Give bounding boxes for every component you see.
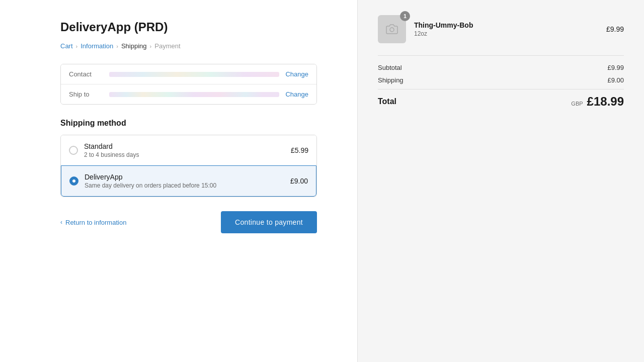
shipping-value: £9.00 — [607, 76, 624, 84]
item-quantity-badge: 1 — [400, 11, 410, 21]
contact-value-blurred — [109, 72, 279, 77]
continue-to-payment-button[interactable]: Continue to payment — [221, 211, 317, 233]
breadcrumb-payment: Payment — [154, 42, 180, 50]
shipping-method-title: Shipping method — [60, 119, 317, 128]
contact-change-link[interactable]: Change — [285, 70, 308, 78]
option-details-deliveryapp: DeliveryApp Same day delivery on orders … — [85, 173, 290, 189]
contact-row: Contact Change — [61, 64, 316, 84]
option-name-deliveryapp: DeliveryApp — [85, 173, 290, 181]
app-title: DeliveryApp (PRD) — [60, 20, 317, 34]
cart-item: 1 Thing-Ummy-Bob 12oz £9.99 — [378, 15, 624, 43]
radio-standard[interactable] — [69, 146, 78, 155]
option-details-standard: Standard 2 to 4 business days — [84, 142, 291, 158]
chevron-left-icon: ‹ — [60, 219, 62, 226]
footer-actions: ‹ Return to information Continue to paym… — [60, 211, 317, 233]
option-price-standard: £5.99 — [291, 146, 308, 154]
option-name-standard: Standard — [84, 142, 291, 150]
contact-label: Contact — [69, 70, 109, 78]
item-name: Thing-Ummy-Bob — [414, 21, 598, 29]
ship-to-change-link[interactable]: Change — [285, 90, 308, 98]
breadcrumb-sep-3: › — [150, 43, 152, 49]
ship-to-label: Ship to — [69, 90, 109, 98]
return-to-information-link[interactable]: ‹ Return to information — [60, 219, 126, 226]
breadcrumb: Cart › Information › Shipping › Payment — [60, 42, 317, 50]
total-label: Total — [378, 97, 396, 106]
radio-deliveryapp[interactable] — [69, 176, 78, 186]
shipping-row: Shipping £9.00 — [378, 76, 624, 84]
total-amount-group: GBP £18.99 — [571, 95, 624, 109]
subtotal-value: £9.99 — [607, 64, 624, 71]
shipping-label: Shipping — [378, 76, 404, 84]
shipping-option-standard[interactable]: Standard 2 to 4 business days £5.99 — [61, 135, 316, 165]
breadcrumb-cart[interactable]: Cart — [60, 42, 73, 50]
contact-info-box: Contact Change Ship to Change — [60, 64, 317, 105]
grand-total-row: Total GBP £18.99 — [378, 89, 624, 109]
item-info: Thing-Ummy-Bob 12oz — [414, 21, 598, 37]
ship-to-value-blurred — [109, 92, 279, 97]
shipping-option-deliveryapp[interactable]: DeliveryApp Same day delivery on orders … — [61, 165, 316, 197]
breadcrumb-shipping: Shipping — [121, 42, 147, 50]
item-variant: 12oz — [414, 30, 598, 37]
order-totals: Subtotal £9.99 Shipping £9.00 Total GBP … — [378, 55, 624, 109]
breadcrumb-sep-1: › — [76, 43, 78, 49]
right-panel: 1 Thing-Ummy-Bob 12oz £9.99 Subtotal £9.… — [357, 0, 644, 362]
subtotal-label: Subtotal — [378, 64, 402, 71]
breadcrumb-information[interactable]: Information — [80, 42, 113, 50]
option-desc-deliveryapp: Same day delivery on orders placed befor… — [85, 182, 290, 189]
svg-point-0 — [390, 28, 394, 32]
total-value: £18.99 — [587, 95, 624, 109]
item-image-wrapper: 1 — [378, 15, 406, 43]
option-desc-standard: 2 to 4 business days — [84, 151, 291, 158]
ship-to-row: Ship to Change — [61, 84, 316, 104]
return-link-label: Return to information — [65, 219, 126, 226]
camera-icon — [386, 23, 398, 35]
total-currency: GBP — [571, 101, 583, 107]
subtotal-row: Subtotal £9.99 — [378, 64, 624, 71]
breadcrumb-sep-2: › — [116, 43, 118, 49]
option-price-deliveryapp: £9.00 — [290, 177, 308, 185]
shipping-options-list: Standard 2 to 4 business days £5.99 Deli… — [60, 135, 317, 197]
left-panel: DeliveryApp (PRD) Cart › Information › S… — [0, 0, 357, 362]
item-price: £9.99 — [606, 25, 624, 33]
